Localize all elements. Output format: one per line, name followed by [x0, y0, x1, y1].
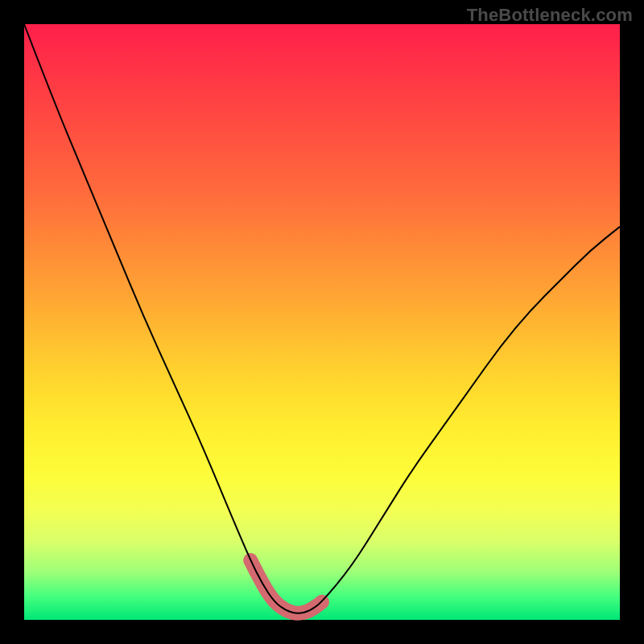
chart-frame: TheBottleneck.com [0, 0, 644, 644]
watermark-text: TheBottleneck.com [467, 5, 633, 26]
curve-layer [24, 24, 620, 620]
accent-path [250, 560, 322, 613]
plot-area [24, 24, 620, 620]
bottleneck-curve [24, 24, 620, 613]
